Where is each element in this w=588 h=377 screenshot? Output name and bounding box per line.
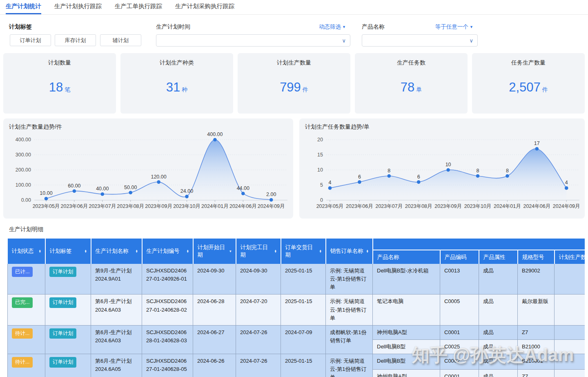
- y-axis-tick-label: 0.00: [21, 197, 31, 203]
- data-point-label: 17: [534, 141, 540, 146]
- column-header[interactable]: 销售订单名称▴▾: [326, 239, 373, 264]
- x-axis-tick-label: 2023年08月: [405, 203, 432, 209]
- y-axis-tick-label: 15: [317, 152, 323, 158]
- plan-code: SCJHXSDD240627-01-240628-05: [142, 354, 193, 377]
- data-point[interactable]: [45, 197, 48, 201]
- plan-tag-badge: 订单计划: [49, 267, 76, 277]
- data-point[interactable]: [129, 191, 132, 194]
- table-row: 已计...订单计划第9月-生产计划 2024.9A01SCJHXSDD24062…: [8, 264, 585, 294]
- x-axis-tick-label: 2023年06月: [346, 203, 373, 209]
- sort-icon[interactable]: ▴▾: [39, 250, 41, 253]
- data-point[interactable]: [101, 192, 105, 196]
- tab-plan-execution-tracking[interactable]: 生产计划执行跟踪: [54, 2, 102, 14]
- sales-order-name: 示例: 无锡简道云-第1份销售订单: [326, 294, 373, 325]
- data-point[interactable]: [213, 138, 217, 142]
- column-header[interactable]: 生产计划名称▴▾: [91, 239, 142, 264]
- sort-icon[interactable]: ▴▾: [275, 250, 276, 253]
- product-code: C0001: [440, 325, 479, 339]
- x-axis-tick-label: 2023年05月: [316, 203, 344, 209]
- plan-detail-table: 计划状态▴▾计划标签▴▾生产计划名称▴▾生产计划编号▴▾计划开始日期▾计划完工日…: [7, 239, 585, 377]
- dynamic-filter-text: 动态筛选: [319, 24, 341, 30]
- plan-tag-option-aux[interactable]: 辅计划: [100, 34, 141, 46]
- data-point[interactable]: [157, 180, 160, 184]
- table-row: 已完...订单计划第6月-生产计划 2024.6A03SCJHXSDD24062…: [8, 294, 585, 325]
- kpi-card-planned-qty: 计划生产数量 799件: [238, 53, 350, 114]
- product-name: Dell电脑B型: [373, 339, 440, 354]
- product-name: 笔记本电脑: [373, 294, 440, 325]
- column-header-label: 订单交货日期: [285, 244, 317, 259]
- product-spec: Z7: [518, 325, 555, 339]
- data-point[interactable]: [73, 190, 76, 193]
- x-axis-tick-label: 2023年09月: [145, 203, 172, 209]
- tab-workorder-execution-tracking[interactable]: 生产工单执行跟踪: [115, 2, 162, 14]
- planned-production-qty: [555, 354, 585, 370]
- y-axis-tick-label: 100.00: [16, 182, 31, 188]
- y-axis-tick-label: 10: [317, 167, 323, 173]
- product-name: 神州电脑A型: [373, 369, 440, 377]
- product-attr: 成品: [479, 325, 518, 339]
- data-point[interactable]: [506, 174, 509, 178]
- tab-production-plan-stats[interactable]: 生产计划统计: [6, 2, 41, 14]
- planned-production-qty: [555, 369, 585, 377]
- data-point[interactable]: [270, 198, 273, 202]
- sales-order-name: 成都帆软-第1份销售订单: [326, 325, 373, 354]
- data-point[interactable]: [446, 168, 450, 172]
- planned-production-qty: [555, 264, 585, 294]
- kpi-value: 2,507件: [472, 80, 585, 95]
- product-name: 神州电脑A型: [373, 325, 440, 339]
- plan-time-select[interactable]: ∨: [156, 34, 350, 47]
- plan-tag-option-stock[interactable]: 库存计划: [55, 34, 96, 46]
- product-code: C0005: [440, 294, 479, 325]
- data-point[interactable]: [358, 180, 361, 184]
- production-qty-trend-chart[interactable]: 0.00100.00200.00300.00400.002023年05月2023…: [3, 118, 293, 219]
- product-name-select[interactable]: ∨: [362, 34, 478, 47]
- column-header[interactable]: 生产计划编号▴▾: [142, 239, 193, 264]
- equals-any-link[interactable]: 等于任意一个▼: [435, 23, 473, 31]
- product-column-header[interactable]: 计划生产数量: [555, 250, 585, 264]
- data-point[interactable]: [185, 195, 189, 199]
- dynamic-filter-link[interactable]: 动态筛选▼: [319, 23, 346, 31]
- plan-tag-filter-label: 计划标签: [9, 23, 32, 31]
- sort-icon[interactable]: ▴▾: [320, 250, 321, 253]
- product-attr: 成品: [479, 354, 518, 370]
- plan-finish-date: 2024-07-26: [236, 325, 281, 354]
- data-point-label: 8: [506, 168, 509, 174]
- y-axis-tick-label: 5: [320, 182, 323, 188]
- data-point[interactable]: [565, 186, 568, 190]
- column-header-label: 销售订单名称: [330, 248, 363, 255]
- product-column-header[interactable]: 规格型号: [518, 250, 555, 264]
- planned-production-qty: [555, 325, 585, 339]
- product-column-header[interactable]: 产品编码: [440, 250, 479, 264]
- tab-plan-purchase-tracking[interactable]: 生产计划采购执行跟踪: [175, 2, 234, 14]
- column-header[interactable]: 订单交货日期▴▾: [281, 239, 326, 264]
- sort-icon[interactable]: ▴▾: [136, 250, 138, 253]
- sort-icon[interactable]: ▴▾: [187, 250, 189, 253]
- product-name: Dell电脑B型: [373, 354, 440, 370]
- data-point[interactable]: [417, 180, 421, 184]
- x-axis-tick-label: 2023年09月: [434, 203, 462, 209]
- table-row: 待计...订单计划第6月-生产计划 2024.6A05SCJHXSDD24062…: [8, 354, 585, 370]
- column-header[interactable]: 计划状态▴▾: [8, 239, 45, 264]
- kpi-value: 31种: [120, 80, 233, 95]
- column-header[interactable]: 计划标签▴▾: [45, 239, 91, 264]
- product-column-header[interactable]: 产品名称: [373, 250, 440, 264]
- data-point-label: 10: [445, 162, 451, 167]
- data-point[interactable]: [328, 186, 332, 190]
- data-point[interactable]: [241, 192, 245, 195]
- product-column-header[interactable]: 产品属性: [479, 250, 518, 264]
- data-point[interactable]: [476, 174, 480, 178]
- plan-tag-option-order[interactable]: 订单计划: [10, 34, 51, 46]
- sort-icon[interactable]: ▴▾: [85, 250, 87, 253]
- data-point[interactable]: [535, 147, 539, 151]
- sort-desc-icon[interactable]: ▾: [229, 250, 232, 253]
- product-spec: B210001: [518, 354, 555, 370]
- plan-status: 待计...: [8, 354, 45, 377]
- task-qty-trend-chart[interactable]: 051015202023年05月2023年06月2023年07月2023年08月…: [299, 118, 585, 219]
- data-point[interactable]: [388, 174, 391, 178]
- planned-production-qty: [555, 294, 585, 325]
- column-header[interactable]: 计划完工日期▴▾: [236, 239, 281, 264]
- column-header[interactable]: 计划开始日期▾: [193, 239, 236, 264]
- column-header-label: 计划开始日期: [198, 244, 227, 259]
- sort-icon[interactable]: ▴▾: [367, 250, 368, 253]
- data-point-label: 50.00: [124, 185, 137, 190]
